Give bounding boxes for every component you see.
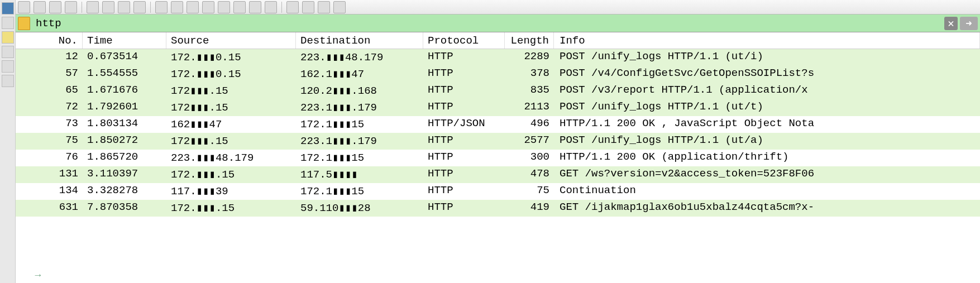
packet-time: 3.110397 xyxy=(83,166,166,183)
wireshark-main: ✕ ➜ No. Time Source Destination Protocol… xyxy=(16,0,980,283)
packet-time: 0.673514 xyxy=(83,49,166,66)
packet-destination: 223.1▮▮▮.179 xyxy=(296,133,423,150)
auto-scroll-icon[interactable] xyxy=(249,1,261,13)
start-capture-icon[interactable] xyxy=(34,1,46,13)
go-to-packet-icon[interactable] xyxy=(202,1,214,13)
sidebar-app-icon[interactable] xyxy=(2,46,14,58)
packet-time: 1.671676 xyxy=(83,83,166,99)
packet-destination: 172.1▮▮▮15 xyxy=(296,116,423,133)
packet-length: 378 xyxy=(505,66,554,83)
resize-columns-icon[interactable] xyxy=(333,1,346,13)
column-header-source[interactable]: Source xyxy=(166,32,296,49)
packet-no: 73 xyxy=(16,116,83,133)
packet-protocol: HTTP xyxy=(423,200,505,217)
sidebar-app-icon[interactable] xyxy=(2,75,14,87)
zoom-in-icon[interactable] xyxy=(286,1,299,13)
column-header-destination[interactable]: Destination xyxy=(296,32,423,49)
display-filter-input[interactable] xyxy=(32,16,942,31)
current-packet-arrow-icon: → xyxy=(31,267,45,283)
main-toolbar xyxy=(16,0,980,15)
packet-protocol: HTTP xyxy=(423,99,505,116)
go-last-icon[interactable] xyxy=(233,1,246,13)
packet-info: POST /v3/report HTTP/1.1 (application/x xyxy=(554,83,980,99)
packet-source: 223.▮▮▮48.179 xyxy=(166,150,296,166)
packet-length: 75 xyxy=(505,183,554,200)
toolbar-separator xyxy=(82,2,82,13)
go-back-icon[interactable] xyxy=(171,1,183,13)
packet-info: POST /unify_logs HTTP/1.1 (ut/t) xyxy=(554,99,980,116)
toolbar-separator xyxy=(150,2,151,13)
go-first-icon[interactable] xyxy=(218,1,230,13)
table-row[interactable]: 1313.110397172.▮▮▮.15117.5▮▮▮▮HTTP478GET… xyxy=(16,166,980,183)
column-header-protocol[interactable]: Protocol xyxy=(423,32,505,49)
packet-info: HTTP/1.1 200 OK , JavaScript Object Nota xyxy=(554,116,980,133)
packet-list-pane: No. Time Source Destination Protocol Len… xyxy=(16,32,980,283)
packet-length: 496 xyxy=(505,116,554,133)
packet-list-body[interactable]: 120.673514172.▮▮▮0.15223.▮▮▮48.179HTTP22… xyxy=(16,49,980,217)
table-row[interactable]: 721.792601172▮▮▮.15223.1▮▮▮.179HTTP2113P… xyxy=(16,99,980,116)
column-header-no[interactable]: No. xyxy=(16,32,83,49)
packet-time: 1.792601 xyxy=(83,99,166,116)
packet-protocol: HTTP/JSON xyxy=(423,116,505,133)
table-row[interactable]: 120.673514172.▮▮▮0.15223.▮▮▮48.179HTTP22… xyxy=(16,49,980,66)
find-packet-icon[interactable] xyxy=(155,1,168,13)
packet-destination: 223.1▮▮▮.179 xyxy=(296,99,423,116)
apply-filter-icon[interactable]: ➜ xyxy=(960,17,978,30)
packet-length: 835 xyxy=(505,83,554,99)
packet-info: GET /ws?version=v2&access_token=523F8F06 xyxy=(554,166,980,183)
open-file-icon[interactable] xyxy=(87,1,99,13)
restart-capture-icon[interactable] xyxy=(65,1,77,13)
table-row[interactable]: 761.865720223.▮▮▮48.179172.1▮▮▮15HTTP300… xyxy=(16,150,980,166)
table-row[interactable]: 751.850272172▮▮▮.15223.1▮▮▮.179HTTP2577P… xyxy=(16,133,980,150)
packet-destination: 162.1▮▮▮47 xyxy=(296,66,423,83)
packet-destination: 120.2▮▮▮.168 xyxy=(296,83,423,99)
colorize-icon[interactable] xyxy=(265,1,277,13)
sidebar-app-icon[interactable] xyxy=(2,60,14,73)
table-row[interactable]: 6317.870358172.▮▮▮.1559.110▮▮▮28HTTP419G… xyxy=(16,200,980,217)
packet-length: 2577 xyxy=(505,133,554,150)
packet-protocol: HTTP xyxy=(423,183,505,200)
packet-protocol: HTTP xyxy=(423,49,505,66)
table-row[interactable]: 731.803134162▮▮▮47172.1▮▮▮15HTTP/JSON496… xyxy=(16,116,980,133)
column-header-length[interactable]: Length xyxy=(505,32,554,49)
save-file-icon[interactable] xyxy=(102,1,114,13)
packet-info: POST /v4/ConfigGetSvc/GetOpenSSOIPList?s xyxy=(554,66,980,83)
column-header-time[interactable]: Time xyxy=(83,32,166,49)
go-forward-icon[interactable] xyxy=(187,1,199,13)
sidebar-folder-icon[interactable] xyxy=(2,17,14,29)
zoom-out-icon[interactable] xyxy=(302,1,314,13)
table-row[interactable]: 1343.328278117.▮▮▮39172.1▮▮▮15HTTP75Cont… xyxy=(16,183,980,200)
packet-no: 131 xyxy=(16,166,83,183)
table-row[interactable]: 651.671676172▮▮▮.15120.2▮▮▮.168HTTP835PO… xyxy=(16,83,980,99)
stop-capture-icon[interactable] xyxy=(49,1,61,13)
packet-info: Continuation xyxy=(554,183,980,200)
clear-filter-icon[interactable]: ✕ xyxy=(944,17,958,30)
packet-length: 2113 xyxy=(505,99,554,116)
table-row[interactable]: 571.554555172.▮▮▮0.15162.1▮▮▮47HTTP378PO… xyxy=(16,66,980,83)
bookmark-icon[interactable] xyxy=(18,17,30,30)
packet-source: 172▮▮▮.15 xyxy=(166,99,296,116)
column-header-info[interactable]: Info xyxy=(554,32,980,49)
sidebar-folder-icon[interactable] xyxy=(2,31,14,44)
sidebar-app-icon[interactable] xyxy=(2,2,14,15)
zoom-reset-icon[interactable] xyxy=(318,1,330,13)
capture-options-icon[interactable] xyxy=(18,1,30,13)
packet-time: 1.850272 xyxy=(83,133,166,150)
packet-source: 172.▮▮▮0.15 xyxy=(166,49,296,66)
packet-destination: 59.110▮▮▮28 xyxy=(296,200,423,217)
packet-source: 172.▮▮▮.15 xyxy=(166,166,296,183)
packet-info: GET /ijakmap1glax6ob1u5xbalz44cqta5cm?x- xyxy=(554,200,980,217)
packet-protocol: HTTP xyxy=(423,83,505,99)
packet-source: 172.▮▮▮0.15 xyxy=(166,66,296,83)
close-file-icon[interactable] xyxy=(118,1,130,13)
packet-source: 117.▮▮▮39 xyxy=(166,183,296,200)
packet-no: 65 xyxy=(16,83,83,99)
packet-no: 12 xyxy=(16,49,83,66)
reload-icon[interactable] xyxy=(133,1,146,13)
os-sidebar xyxy=(0,0,16,283)
packet-time: 1.803134 xyxy=(83,116,166,133)
packet-protocol: HTTP xyxy=(423,166,505,183)
packet-destination: 117.5▮▮▮▮ xyxy=(296,166,423,183)
packet-length: 419 xyxy=(505,200,554,217)
packet-no: 76 xyxy=(16,150,83,166)
